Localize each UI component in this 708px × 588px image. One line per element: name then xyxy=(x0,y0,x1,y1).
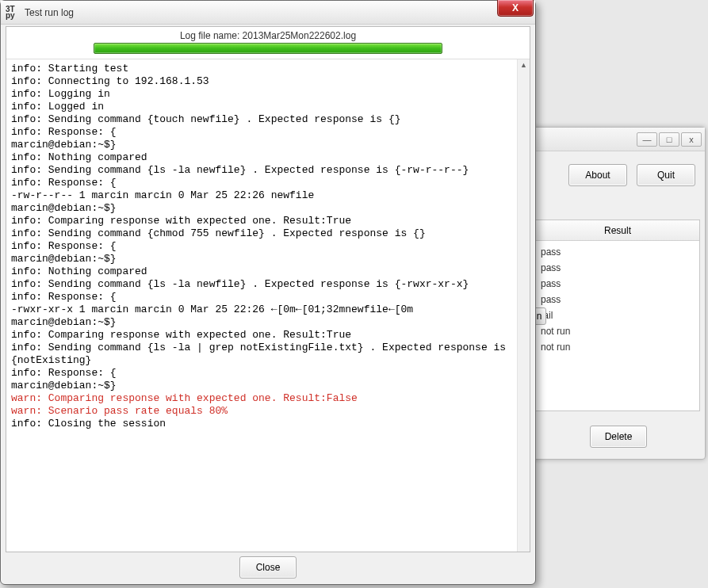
log-line: info: Response: { xyxy=(11,367,512,380)
log-line: info: Sending command {chmod 755 newfile… xyxy=(11,227,512,240)
log-line: info: Response: { xyxy=(11,177,512,189)
log-line: -rwxr-xr-x 1 marcin marcin 0 Mar 25 22:2… xyxy=(11,304,512,316)
app-icon: 3T py xyxy=(6,6,20,19)
result-pane: Result passpasspasspassfailnot runnot ru… xyxy=(535,220,700,411)
dialog-footer: Close xyxy=(1,556,535,579)
log-line: marcin@debian:~$} xyxy=(11,139,512,151)
close-window-button[interactable]: x xyxy=(681,132,702,147)
log-scroll-area: info: Starting testinfo: Connecting to 1… xyxy=(6,59,530,552)
progress-bar-wrap xyxy=(6,43,530,59)
result-item[interactable]: pass xyxy=(541,292,695,307)
dialog-titlebar[interactable]: 3T py Test run log X xyxy=(1,1,535,25)
log-line: info: Nothing compared xyxy=(11,265,512,278)
result-item[interactable]: pass xyxy=(541,276,695,292)
result-item[interactable]: fail xyxy=(541,307,695,323)
log-line: warn: Comparing response with expected o… xyxy=(11,392,512,405)
log-line: marcin@debian:~$} xyxy=(11,202,512,215)
result-item[interactable]: not run xyxy=(541,339,695,355)
dialog-close-button[interactable]: X xyxy=(497,0,534,17)
log-line: -rw-r--r-- 1 marcin marcin 0 Mar 25 22:2… xyxy=(11,189,512,202)
log-line: marcin@debian:~$} xyxy=(11,380,512,392)
log-line: info: Sending command {ls -la newfile} .… xyxy=(11,278,512,291)
close-icon: x xyxy=(689,135,694,144)
minimize-button[interactable]: — xyxy=(637,132,657,147)
about-button[interactable]: About xyxy=(568,164,627,186)
log-line: info: Connecting to 192.168.1.53 xyxy=(11,75,512,88)
log-line: info: Nothing compared xyxy=(11,151,512,164)
log-line: info: Response: { xyxy=(11,291,512,304)
progress-bar xyxy=(94,43,442,54)
log-line: info: Sending command {touch newfile} . … xyxy=(11,113,512,126)
background-button-row: About Quit xyxy=(532,164,705,196)
test-run-log-dialog: 3T py Test run log X Log file name: 2013… xyxy=(0,0,536,585)
log-line: marcin@debian:~$} xyxy=(11,253,512,265)
log-line: info: Sending command {ls -la | grep not… xyxy=(11,342,512,367)
log-line: info: Closing the session xyxy=(11,418,512,430)
result-item[interactable]: pass xyxy=(541,244,695,260)
log-line: info: Comparing response with expected o… xyxy=(11,329,512,342)
log-line: info: Response: { xyxy=(11,126,512,139)
result-list: passpasspasspassfailnot runnot run xyxy=(536,241,699,358)
log-line: info: Logged in xyxy=(11,101,512,113)
log-line: info: Response: { xyxy=(11,240,512,253)
minimize-icon: — xyxy=(643,135,652,144)
maximize-button[interactable]: □ xyxy=(659,132,679,147)
result-item[interactable]: not run xyxy=(541,323,695,339)
log-line: warn: Scenario pass rate equals 80% xyxy=(11,405,512,418)
background-app-window: — □ x About Quit Result passpasspasspass… xyxy=(531,127,706,460)
quit-button[interactable]: Quit xyxy=(637,164,695,186)
delete-button[interactable]: Delete xyxy=(590,426,647,448)
log-line: info: Sending command {ls -la newfile} .… xyxy=(11,164,512,177)
log-line: marcin@debian:~$} xyxy=(11,316,512,329)
maximize-icon: □ xyxy=(667,135,672,144)
dialog-body: Log file name: 2013Mar25Mon222602.log in… xyxy=(6,26,530,552)
result-item[interactable]: pass xyxy=(541,260,695,276)
log-file-name-label: Log file name: 2013Mar25Mon222602.log xyxy=(6,27,530,43)
vertical-scrollbar[interactable]: ▲ xyxy=(517,59,530,552)
background-delete-bar: Delete xyxy=(532,426,705,448)
close-icon: X xyxy=(512,2,519,13)
log-line: info: Logging in xyxy=(11,88,512,101)
background-titlebar: — □ x xyxy=(532,128,705,151)
log-line: info: Comparing response with expected o… xyxy=(11,215,512,227)
dialog-title: Test run log xyxy=(25,7,74,18)
result-column-header[interactable]: Result xyxy=(536,220,699,241)
log-line: info: Starting test xyxy=(11,63,512,75)
scroll-up-arrow-icon[interactable]: ▲ xyxy=(518,59,530,72)
log-text[interactable]: info: Starting testinfo: Connecting to 1… xyxy=(6,59,517,552)
close-button[interactable]: Close xyxy=(239,556,297,578)
